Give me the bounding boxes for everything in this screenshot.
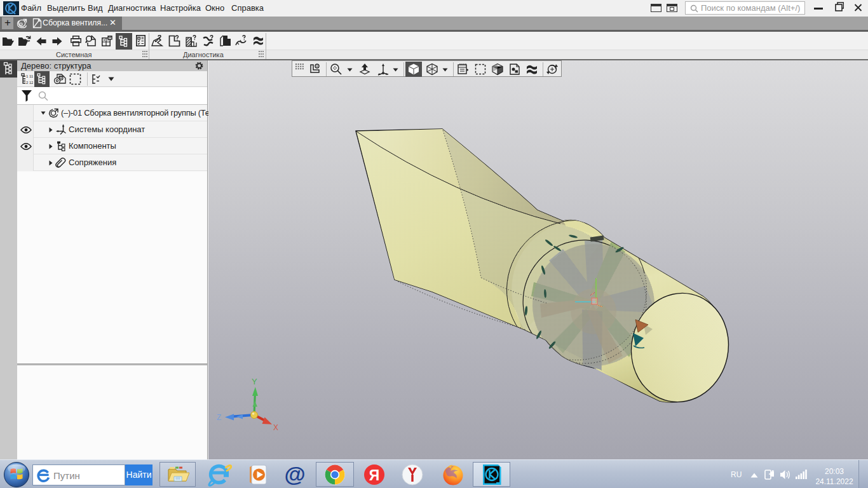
- svg-text:Y: Y: [252, 377, 257, 386]
- svg-text:2 12: 2 12: [26, 81, 33, 85]
- svg-text:@: @: [284, 463, 305, 486]
- svg-text:Я: Я: [369, 467, 380, 484]
- svg-text:X: X: [273, 423, 278, 432]
- svg-text:1 11: 1 11: [26, 74, 33, 78]
- svg-text:Z: Z: [217, 413, 221, 422]
